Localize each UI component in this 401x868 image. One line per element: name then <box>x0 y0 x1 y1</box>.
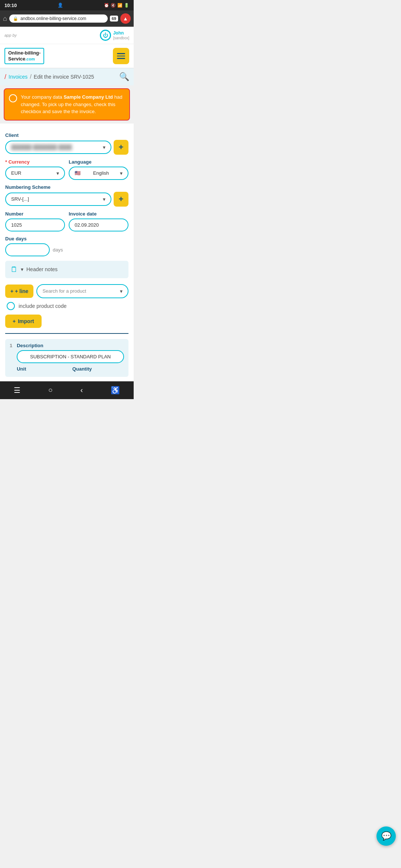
menu-line-2 <box>117 56 125 57</box>
language-select[interactable]: 🇺🇸 English ▾ <box>69 167 128 180</box>
client-select[interactable]: ██████ ███████ ████ ▾ <box>5 141 111 154</box>
currency-select[interactable]: EUR ▾ <box>5 167 65 180</box>
import-button[interactable]: + Import <box>5 315 42 328</box>
number-date-row: Number Invoice date <box>5 207 128 231</box>
product-table-section: 1 Description Unit Quantity <box>5 339 128 377</box>
add-line-row: + + line Search for a product ▾ <box>5 284 128 298</box>
numbering-chevron-icon: ▾ <box>103 196 105 202</box>
url-text: andbox.online-billing-service.com <box>20 16 86 21</box>
notes-chevron-icon: ▾ <box>21 266 23 272</box>
product-search-placeholder: Search for a product <box>42 288 86 294</box>
company-change-alert: Your company data Sample Company Ltd had… <box>4 88 130 121</box>
logo-bar: Online-billing- Service.com <box>0 44 134 68</box>
language-label: Language <box>69 159 128 165</box>
quantity-label: Quantity <box>72 366 124 372</box>
due-days-label: Due days <box>5 236 128 241</box>
search-icon[interactable]: 🔍 <box>119 72 129 82</box>
row-number: 1 <box>10 343 12 348</box>
unit-label: Unit <box>17 366 68 372</box>
language-chevron-icon: ▾ <box>120 170 123 176</box>
company-change-checkbox[interactable] <box>9 94 17 102</box>
product-code-row: include product code <box>5 302 128 310</box>
section-divider <box>5 333 128 334</box>
breadcrumb-invoices[interactable]: Invoices <box>9 74 27 80</box>
nav-bar: ☰ ○ ‹ ♿ <box>0 381 134 399</box>
menu-line-3 <box>117 58 125 59</box>
number-input[interactable] <box>5 218 65 231</box>
language-field-col: Language 🇺🇸 English ▾ <box>69 155 128 180</box>
header-notes-label: Header notes <box>26 266 58 272</box>
client-value: ██████ ███████ ████ <box>11 144 72 150</box>
client-label: Client <box>5 132 128 138</box>
menu-button[interactable] <box>113 48 129 64</box>
user-sandbox: [sandbox] <box>113 36 129 40</box>
description-input[interactable] <box>17 350 124 363</box>
alert-text: Your company data Sample Company Ltd had… <box>21 93 125 115</box>
include-product-code-radio[interactable] <box>7 302 15 310</box>
include-product-code-label: include product code <box>19 303 66 309</box>
app-logo[interactable]: Online-billing- Service.com <box>4 48 44 64</box>
lock-icon: 🔒 <box>13 16 18 21</box>
invoice-date-label: Invoice date <box>69 211 128 217</box>
quantity-col: Quantity <box>72 366 124 373</box>
notes-icon: 🗒 <box>10 265 18 274</box>
numbering-scheme-select[interactable]: SRV-[...] ▾ <box>5 193 111 206</box>
currency-label: * Currency <box>5 159 65 165</box>
header-notes-section[interactable]: 🗒 ▾ Header notes <box>5 261 128 278</box>
add-line-label: + line <box>15 288 28 294</box>
breadcrumb-separator-2: / <box>30 73 31 80</box>
logo-line2: Service <box>8 56 25 62</box>
invoice-date-input[interactable] <box>69 218 128 231</box>
nav-accessibility-icon[interactable]: ♿ <box>111 386 120 395</box>
tab-count[interactable]: 69 <box>110 16 118 22</box>
add-numbering-button[interactable]: + <box>114 192 128 207</box>
invoice-date-col: Invoice date <box>69 207 128 231</box>
currency-value: EUR <box>11 170 21 176</box>
add-client-button[interactable]: + <box>114 140 128 155</box>
browser-bar: ⌂ 🔒 andbox.online-billing-service.com 69… <box>0 10 134 27</box>
currency-language-row: * Currency EUR ▾ Language 🇺🇸 English ▾ <box>5 155 128 180</box>
upload-icon: ▲ <box>123 16 128 22</box>
nav-home-icon[interactable]: ○ <box>48 386 53 394</box>
status-time: 10:10 <box>4 3 17 8</box>
currency-field-col: * Currency EUR ▾ <box>5 155 65 180</box>
upload-button[interactable]: ▲ <box>120 13 131 24</box>
breadcrumb: / Invoices / Edit the invoice SRV-1025 🔍 <box>0 68 134 85</box>
unit-qty-row: Unit Quantity <box>17 366 124 373</box>
client-field-wrapper: ██████ ███████ ████ ▾ + <box>5 140 128 155</box>
breadcrumb-current: Edit the invoice SRV-1025 <box>34 74 94 80</box>
status-icons: ⏰ 🔇 📶 🔋 <box>104 3 129 8</box>
signal-icon: 📶 <box>117 3 123 8</box>
client-chevron-icon: ▾ <box>103 144 105 150</box>
import-plus-icon: + <box>13 318 16 324</box>
language-flag-icon: 🇺🇸 <box>75 170 81 176</box>
currency-chevron-icon: ▾ <box>56 170 59 176</box>
user-name: John <box>113 30 129 36</box>
logo-com: .com <box>25 57 35 61</box>
numbering-scheme-wrapper: SRV-[...] ▾ + <box>5 192 128 207</box>
numbering-scheme-value: SRV-[...] <box>11 196 29 202</box>
due-days-input[interactable] <box>5 243 50 256</box>
nav-menu-icon[interactable]: ☰ <box>14 386 20 395</box>
breadcrumb-separator-1: / <box>4 73 6 81</box>
product-search-chevron-icon: ▾ <box>120 288 123 294</box>
import-label: Import <box>18 318 34 324</box>
alarm-icon: ⏰ <box>104 3 109 8</box>
product-search-dropdown[interactable]: Search for a product ▾ <box>36 284 128 298</box>
add-line-button[interactable]: + + line <box>5 285 33 298</box>
description-label: Description <box>17 343 124 348</box>
app-header: app by ⏻ John [sandbox] <box>0 27 134 44</box>
battery-icon: 🔋 <box>124 3 129 8</box>
language-value: English <box>93 170 109 176</box>
mute-icon: 🔇 <box>111 3 116 8</box>
url-bar[interactable]: 🔒 andbox.online-billing-service.com <box>9 14 108 23</box>
logo-line1: Online-billing- <box>8 50 40 56</box>
alert-message-before: Your company data <box>21 94 63 100</box>
numbering-scheme-label: Numbering Scheme <box>5 184 128 190</box>
days-text-label: days <box>53 247 63 253</box>
user-info[interactable]: ⏻ John [sandbox] <box>100 30 129 41</box>
add-line-plus-icon: + <box>10 288 13 294</box>
menu-line-1 <box>117 53 125 54</box>
nav-back-icon[interactable]: ‹ <box>80 386 83 394</box>
home-icon[interactable]: ⌂ <box>3 15 7 23</box>
